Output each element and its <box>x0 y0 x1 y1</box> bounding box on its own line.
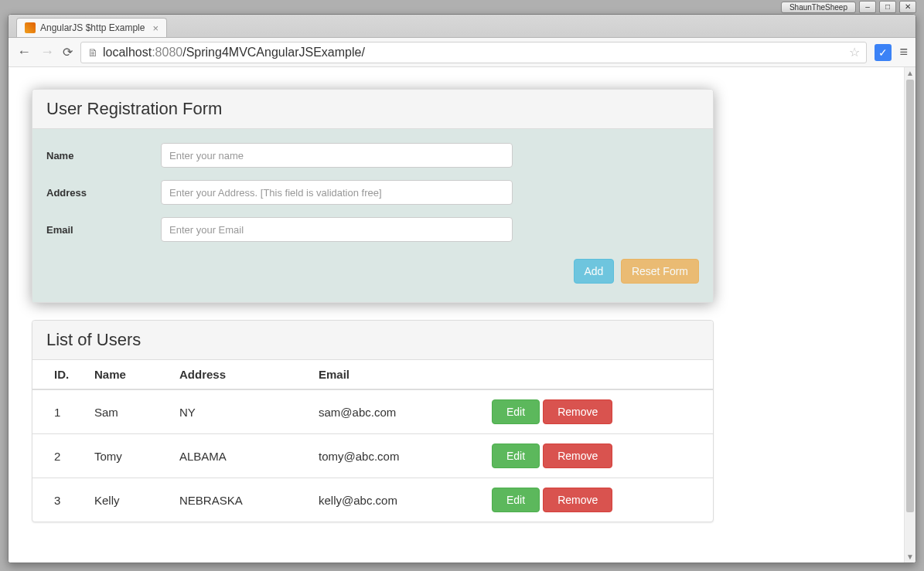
bookmark-star-icon[interactable]: ☆ <box>849 45 860 59</box>
edit-button[interactable]: Edit <box>492 399 540 424</box>
users-table: ID. Name Address Email 1SamNYsam@abc.com… <box>32 360 713 522</box>
os-titlebar: ShaunTheSheep – □ ✕ <box>781 1 916 13</box>
name-label: Name <box>46 150 161 161</box>
edit-button[interactable]: Edit <box>492 444 540 468</box>
registration-panel: User Registration Form Name Address Emai… <box>32 89 714 303</box>
cell-name: Kelly <box>87 478 172 522</box>
browser-tab[interactable]: AngularJS $http Example × <box>16 18 167 37</box>
url-host: localhost <box>103 46 152 59</box>
cell-name: Tomy <box>87 434 172 478</box>
table-row: 3KellyNEBRASKAkelly@abc.comEditRemove <box>32 478 713 522</box>
add-button[interactable]: Add <box>574 259 615 284</box>
minimize-button[interactable]: – <box>859 1 876 13</box>
col-header-name: Name <box>87 360 172 389</box>
extension-icon[interactable]: ✓ <box>875 44 892 61</box>
viewport: User Registration Form Name Address Emai… <box>9 67 915 563</box>
scroll-down-icon[interactable]: ▼ <box>905 551 915 563</box>
remove-button[interactable]: Remove <box>543 399 612 424</box>
remove-button[interactable]: Remove <box>543 488 612 512</box>
registration-panel-body: Name Address Email Add Reset Form <box>32 129 713 302</box>
name-input[interactable] <box>161 143 513 168</box>
tab-strip: AngularJS $http Example × <box>9 15 915 38</box>
address-bar[interactable]: 🗎 localhost:8080/Spring4MVCAngularJSExam… <box>80 42 867 63</box>
cell-actions: EditRemove <box>481 478 713 522</box>
reset-button[interactable]: Reset Form <box>621 259 699 284</box>
address-input[interactable] <box>161 180 513 205</box>
email-input[interactable] <box>161 217 513 242</box>
col-header-address: Address <box>172 360 311 389</box>
maximize-button[interactable]: □ <box>879 1 896 13</box>
cell-address: NEBRASKA <box>172 478 311 522</box>
address-label: Address <box>46 187 161 199</box>
edit-button[interactable]: Edit <box>492 488 540 512</box>
form-actions: Add Reset Form <box>46 254 699 284</box>
vertical-scrollbar[interactable]: ▲ ▼ <box>904 67 915 563</box>
url-port: :8080 <box>152 46 182 59</box>
cell-name: Sam <box>87 389 172 434</box>
cell-email: kelly@abc.com <box>311 478 481 522</box>
favicon-icon <box>25 22 36 33</box>
scroll-thumb[interactable] <box>906 80 914 512</box>
remove-button[interactable]: Remove <box>543 444 612 468</box>
tab-title: AngularJS $http Example <box>40 22 145 33</box>
cell-email: tomy@abc.com <box>311 434 481 478</box>
forward-button[interactable]: → <box>39 44 55 60</box>
reload-button[interactable]: ⟳ <box>63 45 73 59</box>
back-button[interactable]: ← <box>16 44 32 60</box>
cell-id: 3 <box>32 478 87 522</box>
hamburger-menu-icon[interactable]: ≡ <box>899 44 908 60</box>
close-window-button[interactable]: ✕ <box>899 1 916 13</box>
table-row: 2TomyALBAMAtomy@abc.comEditRemove <box>32 434 713 478</box>
tab-close-icon[interactable]: × <box>152 22 159 34</box>
cell-address: ALBAMA <box>172 434 311 478</box>
browser-window: AngularJS $http Example × ← → ⟳ 🗎 localh… <box>8 14 916 563</box>
form-row-name: Name <box>46 143 699 168</box>
col-header-actions <box>481 360 713 389</box>
table-row: 1SamNYsam@abc.comEditRemove <box>32 389 713 434</box>
email-label: Email <box>46 224 161 236</box>
cell-id: 2 <box>32 434 87 478</box>
cell-email: sam@abc.com <box>311 389 481 434</box>
url-path: /Spring4MVCAngularJSExample/ <box>182 46 365 59</box>
os-username: ShaunTheSheep <box>781 2 856 13</box>
col-header-email: Email <box>311 360 481 389</box>
cell-id: 1 <box>32 389 87 434</box>
cell-address: NY <box>172 389 311 434</box>
col-header-id: ID. <box>32 360 87 389</box>
cell-actions: EditRemove <box>481 389 713 434</box>
table-header-row: ID. Name Address Email <box>32 360 713 389</box>
form-row-email: Email <box>46 217 699 242</box>
form-row-address: Address <box>46 180 699 205</box>
page-icon: 🗎 <box>87 46 98 59</box>
page-content: User Registration Form Name Address Emai… <box>9 67 904 563</box>
scroll-up-icon[interactable]: ▲ <box>905 67 915 79</box>
registration-panel-title: User Registration Form <box>32 90 713 129</box>
cell-actions: EditRemove <box>481 434 713 478</box>
users-list-panel: List of Users ID. Name Address Email 1Sa… <box>32 320 714 522</box>
users-list-title: List of Users <box>32 321 713 360</box>
browser-toolbar: ← → ⟳ 🗎 localhost:8080/Spring4MVCAngular… <box>9 38 915 67</box>
